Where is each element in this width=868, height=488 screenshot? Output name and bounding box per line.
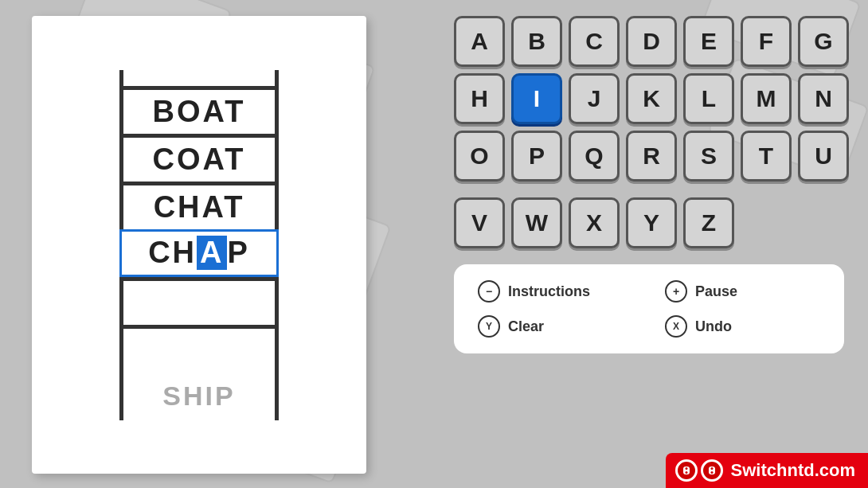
key-L[interactable]: L [683,73,734,124]
undo-label: Undo [695,318,732,335]
key-T[interactable]: T [741,131,792,182]
key-P[interactable]: P [511,131,562,182]
ladder-rung-chap-active[interactable]: CHAP [119,229,279,277]
key-O[interactable]: O [454,131,505,182]
right-panel: A B C D E F G H I J K L M N O P Q R S T … [454,16,844,353]
key-F[interactable]: F [741,16,792,67]
switch-circle-left [675,459,698,482]
key-R[interactable]: R [626,131,677,182]
word-ladder: BOAT COAT CHAT CHAP SHIP [119,70,279,420]
ladder-rung-coat: COAT [119,134,279,182]
nintendo-badge: Switchntd.com [666,453,868,488]
ladder-rung-empty2 [119,325,279,373]
keyboard-grid: A B C D E F G H I J K L M N O P Q R S T … [454,16,844,182]
key-S[interactable]: S [683,131,734,182]
svg-point-5 [710,471,713,474]
switch-icon-left [680,464,693,477]
keyboard-row4: V W X Y Z [454,197,844,248]
word-coat: COAT [153,142,246,177]
switch-icon-right [706,464,718,477]
control-pause[interactable]: Pause [665,280,820,303]
y-circle-icon [478,315,500,338]
svg-point-1 [685,467,687,470]
control-undo[interactable]: Undo [665,315,820,338]
x-circle-icon [665,315,687,338]
ladder-top-rail [119,70,279,86]
ladder-target-section: SHIP [119,373,279,420]
word-chat: CHAT [154,190,245,224]
key-I[interactable]: I [511,73,562,124]
clear-label: Clear [508,318,544,335]
key-M[interactable]: M [741,73,792,124]
key-K[interactable]: K [626,73,677,124]
key-E[interactable]: E [683,16,734,67]
switch-circle-right [701,459,723,482]
target-word: SHIP [162,381,235,412]
key-H[interactable]: H [454,73,505,124]
svg-point-4 [710,467,713,470]
key-V[interactable]: V [454,197,505,248]
pause-label: Pause [695,283,737,300]
paper-panel: BOAT COAT CHAT CHAP SHIP [32,16,366,474]
key-D[interactable]: D [626,16,677,67]
highlighted-letter: A [197,236,227,270]
word-chap: CHAP [148,236,250,270]
key-W[interactable]: W [511,197,562,248]
switch-logo [675,459,723,482]
word-boat: BOAT [153,95,246,129]
minus-circle-icon [478,280,500,303]
brand-text: Switchntd.com [731,460,855,481]
svg-point-2 [685,471,687,474]
key-G[interactable]: G [798,16,849,67]
key-A[interactable]: A [454,16,505,67]
key-Q[interactable]: Q [569,131,620,182]
key-N[interactable]: N [798,73,849,124]
key-Y[interactable]: Y [626,197,677,248]
control-instructions[interactable]: Instructions [478,280,633,303]
key-B[interactable]: B [511,16,562,67]
key-J[interactable]: J [569,73,620,124]
ladder-rung-empty1 [119,277,279,325]
key-C[interactable]: C [569,16,620,67]
plus-circle-icon [665,280,687,303]
instructions-label: Instructions [508,283,590,300]
key-U[interactable]: U [798,131,849,182]
ladder-rung-boat: BOAT [119,86,279,134]
key-Z[interactable]: Z [683,197,734,248]
controls-panel: Instructions Pause Clear Undo [454,264,844,353]
control-clear[interactable]: Clear [478,315,633,338]
key-X[interactable]: X [569,197,620,248]
ladder-rung-chat: CHAT [119,182,279,229]
